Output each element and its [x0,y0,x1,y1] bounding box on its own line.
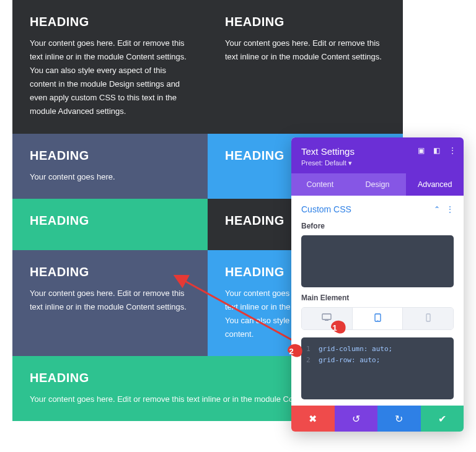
module-body: Your content goes here. Edit or remove t… [30,37,190,119]
module-body: Your content goes here. [30,170,190,184]
module-body: Your content goes here. Edit or remove t… [225,37,386,64]
text-settings-panel: Text Settings Preset: Default ▾ ▣ ◧ ⋮ Co… [291,137,464,432]
preset-selector[interactable]: Preset: Default ▾ [301,159,454,167]
text-module[interactable]: HEADING Your content goes here. Edit or … [208,0,403,134]
panel-body: Custom CSS ⌃ ⋮ Before Main Element [291,196,464,406]
main-element-css-input[interactable]: 12 grid-column: auto; grid-row: auto; [301,337,454,399]
svg-rect-1 [325,320,328,321]
tab-design[interactable]: Design [349,173,407,196]
save-button[interactable]: ✔ [421,406,464,432]
more-icon[interactable]: ⋮ [449,146,456,155]
panel-footer: ✖ ↺ ↻ ✔ [291,406,464,432]
text-module[interactable]: HEADING [12,199,208,250]
panel-tabs: Content Design Advanced [291,173,464,196]
line-gutter: 12 [306,344,311,365]
focus-icon[interactable]: ▣ [418,146,425,155]
code-line-2: grid-row: auto; [319,356,380,364]
expand-icon[interactable]: ◧ [433,146,440,155]
text-module[interactable]: HEADING Your content goes here. Edit or … [12,250,208,356]
tab-advanced[interactable]: Advanced [406,173,464,196]
collapse-icon[interactable]: ⌃ [434,205,440,214]
text-module[interactable]: HEADING Your content goes here. [12,134,208,199]
undo-button[interactable]: ↺ [335,406,378,432]
svg-rect-0 [322,314,331,319]
device-phone[interactable] [403,308,453,329]
module-heading: HEADING [30,149,190,163]
tab-content[interactable]: Content [291,173,349,196]
main-element-label: Main Element [301,293,454,302]
redo-button[interactable]: ↻ [377,406,421,432]
module-heading: HEADING [225,15,386,29]
panel-header[interactable]: Text Settings Preset: Default ▾ ▣ ◧ ⋮ [291,137,464,173]
module-body: Your content goes here. Edit or remove t… [30,287,190,314]
cancel-button[interactable]: ✖ [291,406,335,432]
before-label: Before [301,222,454,230]
svg-point-3 [377,320,377,321]
module-heading: HEADING [30,214,190,228]
before-css-input[interactable] [301,235,454,287]
text-module[interactable]: HEADING Your content goes here. Edit or … [12,0,208,134]
section-title[interactable]: Custom CSS [301,204,351,214]
code-line-1: grid-column: auto; [319,345,392,353]
device-tablet[interactable] [352,308,403,329]
device-desktop[interactable] [302,308,352,329]
module-heading: HEADING [30,265,190,279]
responsive-tabs [301,307,454,330]
section-more-icon[interactable]: ⋮ [446,205,454,214]
svg-rect-4 [426,314,430,321]
module-heading: HEADING [30,15,190,29]
